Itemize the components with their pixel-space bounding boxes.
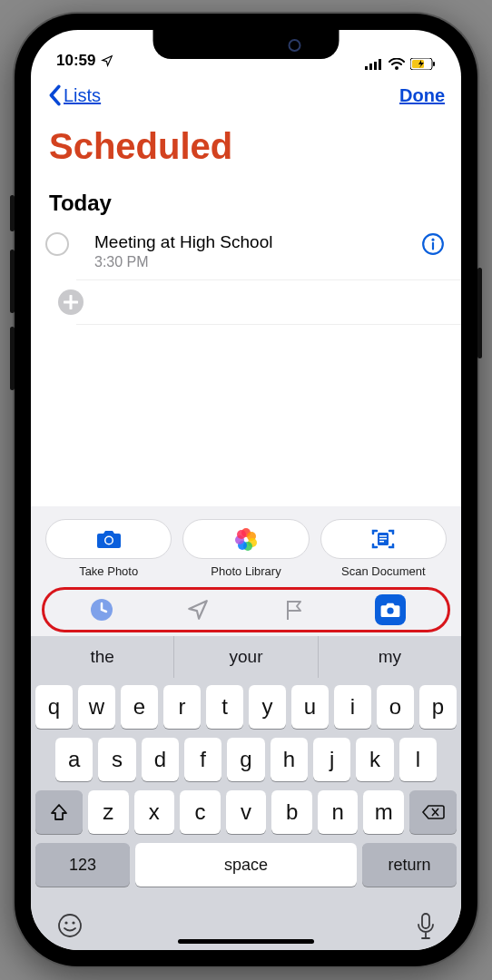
status-time: 10:59 — [56, 52, 95, 70]
home-indicator[interactable] — [178, 939, 314, 944]
flag-button[interactable] — [279, 594, 310, 625]
page-title: Scheduled — [31, 110, 461, 176]
emoji-icon — [56, 912, 84, 939]
location-arrow-icon — [186, 598, 210, 622]
back-label: Lists — [64, 85, 101, 106]
key-d[interactable]: d — [142, 738, 179, 781]
svg-rect-0 — [365, 66, 368, 70]
location-button[interactable] — [182, 594, 213, 625]
key-t[interactable]: t — [206, 685, 243, 729]
key-e[interactable]: e — [121, 685, 158, 729]
suggestion-1[interactable]: the — [31, 636, 174, 678]
notch — [153, 30, 339, 59]
photo-library-icon — [233, 526, 259, 552]
key-x[interactable]: x — [134, 790, 175, 834]
keyboard: q w e r t y u i o p a s d f g h j k l — [31, 678, 461, 899]
key-l[interactable]: l — [399, 738, 437, 781]
photo-library-button[interactable]: Photo Library — [182, 519, 309, 578]
key-a[interactable]: a — [55, 738, 93, 781]
key-g[interactable]: g — [227, 738, 264, 781]
key-p[interactable]: p — [419, 685, 457, 729]
spacer — [31, 325, 461, 506]
svg-rect-3 — [379, 59, 381, 70]
suggestion-3[interactable]: my — [319, 636, 461, 678]
reminder-toolbar-highlight — [31, 585, 461, 636]
svg-point-25 — [59, 915, 81, 936]
power-button — [477, 268, 482, 358]
camera-button[interactable] — [375, 594, 406, 625]
svg-point-24 — [387, 608, 393, 614]
clock-icon — [89, 597, 114, 622]
scan-document-button[interactable]: Scan Document — [320, 519, 447, 578]
chevron-left-icon — [47, 84, 62, 106]
key-u[interactable]: u — [291, 685, 329, 729]
dictation-button[interactable] — [416, 912, 436, 945]
info-icon — [421, 232, 445, 256]
key-j[interactable]: j — [313, 738, 350, 781]
keyboard-suggestions: the your my — [31, 636, 461, 678]
suggestion-2[interactable]: your — [174, 636, 318, 678]
key-z[interactable]: z — [88, 790, 129, 834]
key-r[interactable]: r — [163, 685, 201, 729]
key-q[interactable]: q — [35, 685, 73, 729]
numbers-key[interactable]: 123 — [35, 843, 130, 887]
scan-icon — [370, 527, 396, 551]
svg-rect-1 — [369, 64, 372, 70]
key-s[interactable]: s — [98, 738, 135, 781]
svg-point-27 — [72, 921, 74, 924]
svg-rect-5 — [433, 62, 435, 66]
camera-icon — [95, 528, 123, 550]
svg-rect-2 — [374, 62, 377, 70]
emoji-button[interactable] — [56, 912, 84, 945]
volume-up-button — [10, 250, 15, 313]
svg-point-26 — [64, 921, 67, 924]
add-reminder-row[interactable] — [76, 280, 461, 325]
svg-rect-21 — [379, 538, 387, 540]
battery-icon — [410, 58, 436, 70]
key-y[interactable]: y — [249, 685, 286, 729]
reminder-time: 3:30 PM — [94, 252, 408, 270]
space-key[interactable]: space — [135, 843, 357, 887]
shift-key[interactable] — [35, 790, 83, 834]
key-c[interactable]: c — [180, 790, 221, 834]
delete-icon — [421, 803, 445, 821]
wifi-icon — [389, 58, 405, 70]
take-photo-button[interactable]: Take Photo — [45, 519, 172, 578]
key-h[interactable]: h — [271, 738, 308, 781]
mic-icon — [416, 912, 436, 941]
svg-rect-20 — [379, 535, 387, 537]
plus-icon — [58, 289, 84, 315]
reminder-title: Meeting at High School — [94, 232, 408, 252]
key-k[interactable]: k — [356, 738, 393, 781]
svg-rect-28 — [422, 914, 429, 928]
key-o[interactable]: o — [377, 685, 414, 729]
key-b[interactable]: b — [271, 790, 312, 834]
volume-down-button — [10, 327, 15, 390]
key-n[interactable]: n — [318, 790, 359, 834]
cellular-icon — [365, 59, 383, 70]
key-v[interactable]: v — [226, 790, 267, 834]
photo-library-label: Photo Library — [211, 564, 280, 578]
attachment-options: Take Photo Photo Library — [31, 506, 461, 585]
complete-toggle[interactable] — [45, 232, 69, 256]
schedule-button[interactable] — [86, 594, 117, 625]
camera-fill-icon — [379, 601, 401, 619]
reminder-toolbar — [42, 587, 450, 632]
back-button[interactable]: Lists — [47, 84, 101, 106]
shift-icon — [49, 802, 69, 822]
svg-rect-22 — [379, 541, 384, 543]
reminder-row[interactable]: Meeting at High School 3:30 PM — [76, 223, 461, 280]
key-m[interactable]: m — [363, 790, 404, 834]
done-button[interactable]: Done — [399, 85, 445, 106]
scan-document-label: Scan Document — [341, 564, 426, 578]
key-i[interactable]: i — [334, 685, 371, 729]
delete-key[interactable] — [409, 790, 457, 834]
silent-switch — [10, 195, 15, 231]
phone-frame: 10:59 Lists — [15, 14, 477, 966]
info-button[interactable] — [421, 232, 445, 260]
return-key[interactable]: return — [362, 843, 457, 887]
take-photo-label: Take Photo — [79, 564, 138, 578]
svg-point-11 — [105, 537, 112, 544]
key-w[interactable]: w — [78, 685, 115, 729]
key-f[interactable]: f — [184, 738, 221, 781]
